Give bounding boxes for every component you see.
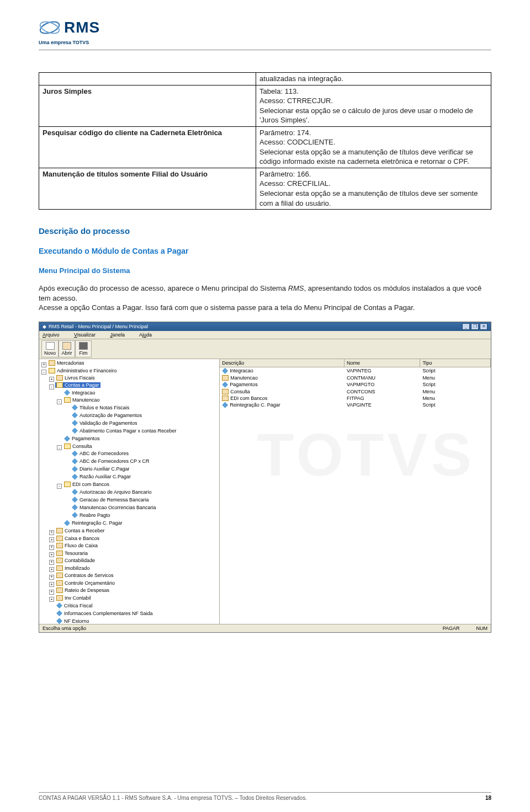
tree-node[interactable]: ABC de Fornecedores CP x CR [71,458,150,464]
list-item[interactable]: IntegracaoVAPINTEGScript [220,367,491,375]
folder-icon [222,396,229,401]
toolbar-novo-button[interactable]: Novo [41,340,59,357]
tree-spacer [65,413,70,418]
tree-node[interactable]: Autorização de Pagamentos [71,412,143,418]
tree-node[interactable]: Controle Orçamentário [55,580,116,586]
script-icon [222,402,228,408]
tree-spacer [65,490,70,495]
close-button[interactable]: ✕ [480,323,487,330]
script-icon [72,512,78,518]
tree-node[interactable]: Rateio de Despesas [55,587,110,593]
collapse-icon[interactable]: - [57,484,62,489]
script-icon [222,382,228,388]
script-icon [56,610,62,616]
expand-icon[interactable]: + [49,552,54,557]
folder-icon [49,368,55,373]
tree-node-label: Autorização de Pagamentos [80,413,142,418]
tree-node[interactable]: EDI com Bancos [63,482,110,487]
toolbar-abrir-button[interactable]: Abrir [59,340,75,357]
list-item[interactable]: ManutencaoCONTMANUMenu [220,375,491,381]
tree-node[interactable]: Contratos de Servicos [55,573,115,578]
tree-node[interactable]: Informacoes Complementares NF Saida [55,610,154,616]
list-item[interactable]: Reintegração C. PagarVAPGINTEScript [220,402,491,409]
toolbar-fim-button[interactable]: Fim [75,340,92,357]
tree-node[interactable]: Contas a Receber [55,528,106,533]
collapse-icon[interactable]: - [49,384,54,389]
folder-icon [56,558,63,563]
expand-icon[interactable]: + [49,377,54,382]
tree-node[interactable]: Fluxo de Caixa [55,543,99,548]
tree-node[interactable]: Diario Auxiliar C.Pagar [71,466,131,472]
folder-icon [56,573,63,578]
minimize-button[interactable]: _ [462,323,470,330]
expand-icon[interactable]: + [49,560,54,565]
list-item[interactable]: ConsultaCONTCONSMenu [220,388,491,395]
tree-node[interactable]: Manutencao [63,397,101,403]
list-item[interactable]: PagamentosVAPMPGTOScript [220,381,491,388]
tree-node-label: Administrativo e Financeiro [57,368,117,373]
tree-node[interactable]: Titulos e Notas Fiscais [71,404,130,410]
tree-node[interactable]: Pagamentos [63,436,101,442]
expand-icon[interactable]: + [49,590,54,595]
tree-node-label: Caixa e Bancos [65,536,99,541]
tree-node[interactable]: ABC de Fornecedores [71,451,130,457]
menu-janela[interactable]: Janela [110,332,131,338]
tree-node[interactable]: Administrativo e Financeiro [47,368,118,373]
maximize-button[interactable]: ❐ [471,323,479,330]
tree-node[interactable]: Contabilidade [55,558,96,563]
script-icon [72,451,78,457]
tree-node-label: ABC de Fornecedores CP x CR [80,458,149,464]
tree-node[interactable]: Tesouraria [55,551,89,556]
menu-visualizar[interactable]: Visualizar [74,332,102,338]
collapse-icon[interactable]: - [57,445,62,450]
table-cell-left: Manutenção de títulos somente Filial do … [39,168,256,209]
tree-spacer [65,513,70,518]
logo-subtitle: Uma empresa TOTVS [39,40,89,45]
tree-node[interactable]: Contas a Pagar [55,382,100,388]
tree-node[interactable]: Reintegração C. Pagar [63,520,124,526]
list-pane: Descrição Nome Tipo IntegracaoVAPINTEGSc… [220,359,491,624]
expand-icon[interactable]: + [49,582,54,587]
expand-icon[interactable]: + [49,567,54,572]
tree-node[interactable]: Reabre Pagto [71,512,112,518]
tree-node[interactable]: Caixa e Bancos [55,536,100,541]
tree-node[interactable]: Critica Fiscal [55,602,94,608]
expand-icon[interactable]: + [49,545,54,550]
collapse-icon[interactable]: - [57,399,62,404]
tree-node[interactable]: Consulta [63,444,93,449]
expand-icon[interactable]: + [49,530,54,535]
tree-node[interactable]: Mercadorias [47,360,86,366]
tree-node[interactable]: Autorizacao de Arquivo Bancario [71,489,153,495]
tree-node[interactable]: Razão Auxiliar C.Pagar [71,474,132,480]
folder-icon [222,389,229,394]
list-item[interactable]: EDI com BancosFITPAGMenu [220,395,491,402]
tree-node-label: Titulos e Notas Fiscais [80,405,129,410]
tree-spacer [57,391,62,396]
col-header-tipo[interactable]: Tipo [420,359,491,367]
tree-node-label: Tesouraria [65,551,88,556]
expand-icon[interactable]: + [49,537,54,542]
expand-icon[interactable]: + [41,362,46,367]
page-footer: CONTAS A PAGAR VERSÃO 1.1 - RMS Software… [39,792,491,801]
tree-spacer [49,603,54,608]
tree-node[interactable]: Inv Contabil [55,595,92,601]
collapse-icon[interactable]: - [41,370,46,375]
menu-arquivo[interactable]: Arquivo [43,332,66,338]
tree-node[interactable]: Integracao [63,389,97,396]
tree-node[interactable]: Imobilizado [55,565,91,571]
tree-pane[interactable]: +Mercadorias-Administrativo e Financeiro… [39,359,220,624]
expand-icon[interactable]: + [49,575,54,580]
logo-text: RMS [64,19,100,36]
folder-icon [64,482,71,487]
expand-icon[interactable]: + [49,597,54,602]
tree-node[interactable]: NF Estorno [55,618,91,624]
tree-node[interactable]: Livros Fiscais [55,375,96,381]
tree-node-label: Manutencao [72,397,100,403]
tree-node[interactable]: Validação de Pagamentos [71,420,138,426]
col-header-nome[interactable]: Nome [344,359,420,367]
tree-node[interactable]: Geracao de Remessa Bancaria [71,496,150,503]
menu-ajuda[interactable]: Ajuda [139,332,158,338]
col-header-descricao[interactable]: Descrição [220,359,344,367]
tree-node[interactable]: Abatimento Contas Pagar x contas Receber [71,428,178,434]
tree-node[interactable]: Manutencao Ocorrencias Bancaria [71,504,157,510]
